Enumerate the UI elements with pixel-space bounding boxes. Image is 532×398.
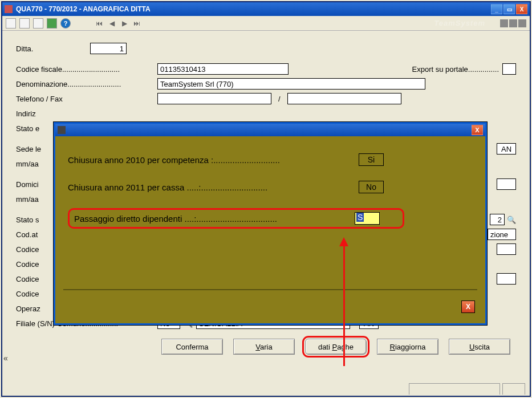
mm2-label: mm/aa xyxy=(16,195,50,204)
lookup-icon[interactable]: 🔍 xyxy=(507,216,516,224)
window-title: QUA770 - 770/2012 - ANAGRAFICA DITTA xyxy=(16,5,490,13)
conferma-button[interactable]: Conferma xyxy=(161,339,223,355)
popup-row3-input[interactable]: S xyxy=(355,212,380,225)
operaz-label: Operaz xyxy=(16,304,50,313)
tab-stub-1[interactable] xyxy=(409,383,500,395)
popup-row1-label: Chiusura anno 2010 per competenza :.....… xyxy=(68,155,359,165)
ditta-field[interactable] xyxy=(90,43,127,54)
codice-fiscale-label: Codice fiscale..........................… xyxy=(16,65,157,74)
nav-prev-icon[interactable]: ◀ xyxy=(107,19,116,28)
collapse-icon[interactable]: « xyxy=(3,354,8,363)
popup-row3-label: Passaggio diretto dipendenti ....:......… xyxy=(74,214,355,224)
window-titlebar: QUA770 - 770/2012 - ANAGRAFICA DITTA _ ▭… xyxy=(2,2,530,16)
nav-first-icon[interactable]: ⏮ xyxy=(95,19,104,28)
domicilio-label: Domici xyxy=(16,180,50,189)
popup-row1-value: Si xyxy=(359,153,384,166)
toolbar: ? ⏮ ◀ ▶ ⏭ TeamSystem xyxy=(2,16,530,31)
dati-paghe-button[interactable]: dati Paghe xyxy=(305,339,367,355)
riaggiorna-button[interactable]: Riaggiorna xyxy=(377,339,438,355)
telefono-sep: / xyxy=(278,95,281,103)
indirizzo-label: Indiriz xyxy=(16,109,50,118)
toolbar-icon-3[interactable] xyxy=(33,18,43,29)
telefono-field[interactable] xyxy=(157,93,271,104)
toolbar-right-1[interactable] xyxy=(500,19,508,27)
domic-prov-field[interactable] xyxy=(497,178,516,190)
telefono-label: Telefono / Fax xyxy=(16,95,157,103)
toolbar-icon-4[interactable] xyxy=(47,18,57,29)
stato-label: Stato e xyxy=(16,124,50,133)
popup-dialog: X Chiusura anno 2010 per competenza :...… xyxy=(54,122,487,325)
codice-fiscale-field[interactable] xyxy=(157,63,289,75)
popup-close-button[interactable]: X xyxy=(472,125,483,135)
minimize-button[interactable]: _ xyxy=(491,4,502,14)
ditta-label: Ditta. xyxy=(16,44,90,53)
sede-prov-field[interactable] xyxy=(497,143,516,155)
toolbar-right-3[interactable] xyxy=(518,19,526,27)
popup-row2-value: No xyxy=(359,181,384,193)
nav-next-icon[interactable]: ▶ xyxy=(120,19,129,28)
num-2-field[interactable] xyxy=(490,214,505,225)
toolbar-right-2[interactable] xyxy=(509,19,517,27)
export-field[interactable] xyxy=(502,63,516,75)
export-label: Export su portale............... xyxy=(412,65,499,74)
popup-icon xyxy=(58,126,66,134)
stato-s-label: Stato s xyxy=(16,216,50,224)
codice-label-2: Codice xyxy=(16,260,50,269)
print-icon[interactable] xyxy=(19,18,30,29)
popup-row2-label: Chiusura anno 2011 per cassa .....:.....… xyxy=(68,182,359,192)
denominazione-label: Denominazione.......................... xyxy=(16,80,157,88)
close-button[interactable]: X xyxy=(516,4,527,14)
codat-label: Cod.at xyxy=(16,230,50,239)
toolbar-icon-1[interactable] xyxy=(6,18,16,29)
tab-stub-2[interactable] xyxy=(502,383,525,395)
popup-row3-highlight: Passaggio diretto dipendenti ....:......… xyxy=(68,208,404,229)
sede-label: Sede le xyxy=(16,145,50,153)
codice-label-4: Codice xyxy=(16,290,50,298)
codice-label-3: Codice xyxy=(16,275,50,283)
help-icon[interactable]: ? xyxy=(60,18,71,29)
bottom-tabs xyxy=(407,383,525,395)
mm1-label: mm/aa xyxy=(16,160,50,168)
popup-confirm-button[interactable]: X xyxy=(461,300,475,313)
popup-titlebar: X xyxy=(55,124,485,136)
fax-field[interactable] xyxy=(287,93,401,104)
codice-right-3[interactable] xyxy=(497,273,516,285)
popup-divider xyxy=(63,289,477,290)
brand-logo: TeamSystem xyxy=(434,19,485,27)
varia-button[interactable]: Varia xyxy=(233,339,295,355)
maximize-button[interactable]: ▭ xyxy=(503,4,515,14)
button-row: Conferma Varia dati Paghe Riaggiorna Usc… xyxy=(16,339,516,355)
codice-right-1[interactable] xyxy=(497,243,516,255)
denominazione-field[interactable] xyxy=(157,78,425,90)
app-icon xyxy=(5,5,13,13)
nav-last-icon[interactable]: ⏭ xyxy=(132,19,141,28)
uscita-button[interactable]: Uscita xyxy=(449,339,510,355)
partial-right-field[interactable] xyxy=(488,229,516,240)
codice-label-1: Codice xyxy=(16,245,50,254)
